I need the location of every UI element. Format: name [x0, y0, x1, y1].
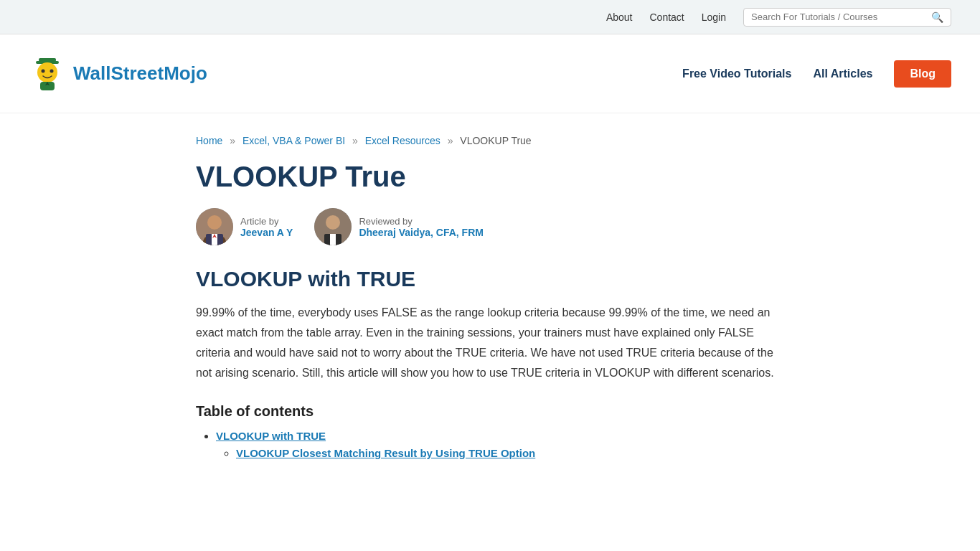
author-name-dheeraj[interactable]: Dheeraj Vaidya, CFA, FRM	[359, 227, 484, 238]
author-name-jeevan[interactable]: Jeevan A Y	[240, 227, 293, 238]
login-link[interactable]: Login	[702, 11, 726, 23]
authors-row: Article by Jeevan A Y Reviewed by Dheera…	[196, 208, 784, 245]
toc-title: Table of contents	[196, 403, 784, 420]
author-label-2: Reviewed by	[359, 216, 484, 227]
article-body: 99.99% of the time, everybody uses FALSE…	[196, 303, 784, 383]
toc-list: VLOOKUP with TRUE VLOOKUP Closest Matchi…	[196, 430, 784, 460]
toc-link-1[interactable]: VLOOKUP with TRUE	[216, 430, 326, 442]
main-nav: Free Video Tutorials All Articles Blog	[682, 60, 951, 88]
article-section-title: VLOOKUP with TRUE	[196, 267, 784, 291]
about-link[interactable]: About	[606, 11, 633, 23]
breadcrumb-current: VLOOKUP True	[460, 135, 531, 146]
author-item-2: Reviewed by Dheeraj Vaidya, CFA, FRM	[314, 208, 484, 245]
breadcrumb: Home » Excel, VBA & Power BI » Excel Res…	[196, 135, 784, 146]
main-content: Home » Excel, VBA & Power BI » Excel Res…	[167, 113, 813, 493]
breadcrumb-home[interactable]: Home	[196, 135, 222, 146]
breadcrumb-sep-3: »	[448, 135, 453, 146]
table-of-contents: Table of contents VLOOKUP with TRUE VLOO…	[196, 403, 784, 460]
author-info-1: Article by Jeevan A Y	[240, 216, 293, 238]
top-bar: About Contact Login 🔍	[0, 0, 980, 34]
svg-point-8	[207, 215, 222, 230]
toc-subitem-1: VLOOKUP Closest Matching Result by Using…	[236, 447, 784, 460]
svg-point-2	[37, 62, 57, 83]
search-input[interactable]	[751, 11, 931, 22]
breadcrumb-excel[interactable]: Excel, VBA & Power BI	[242, 135, 345, 146]
breadcrumb-sep-2: »	[352, 135, 358, 146]
logo[interactable]: WallStreetMojo	[29, 55, 207, 93]
page-title: VLOOKUP True	[196, 159, 784, 194]
svg-point-4	[50, 69, 54, 72]
svg-point-14	[326, 215, 340, 230]
author-label-1: Article by	[240, 216, 293, 227]
toc-item-1: VLOOKUP with TRUE VLOOKUP Closest Matchi…	[216, 430, 784, 460]
search-box: 🔍	[743, 8, 951, 27]
logo-icon	[29, 55, 66, 93]
avatar-dheeraj	[314, 208, 352, 245]
author-info-2: Reviewed by Dheeraj Vaidya, CFA, FRM	[359, 216, 484, 238]
breadcrumb-resources[interactable]: Excel Resources	[365, 135, 440, 146]
toc-sublist-1: VLOOKUP Closest Matching Result by Using…	[216, 447, 784, 460]
free-video-tutorials-link[interactable]: Free Video Tutorials	[682, 67, 791, 80]
author-item-1: Article by Jeevan A Y	[196, 208, 293, 245]
search-icon[interactable]: 🔍	[931, 11, 943, 23]
svg-point-3	[42, 69, 45, 72]
avatar-jeevan	[196, 208, 233, 245]
blog-button[interactable]: Blog	[894, 60, 951, 88]
contact-link[interactable]: Contact	[649, 11, 684, 23]
breadcrumb-sep-1: »	[230, 135, 235, 146]
svg-rect-16	[330, 234, 336, 245]
all-articles-link[interactable]: All Articles	[813, 67, 872, 80]
main-header: WallStreetMojo Free Video Tutorials All …	[0, 34, 980, 113]
logo-text: WallStreetMojo	[73, 62, 207, 85]
toc-sublink-1[interactable]: VLOOKUP Closest Matching Result by Using…	[236, 447, 535, 459]
